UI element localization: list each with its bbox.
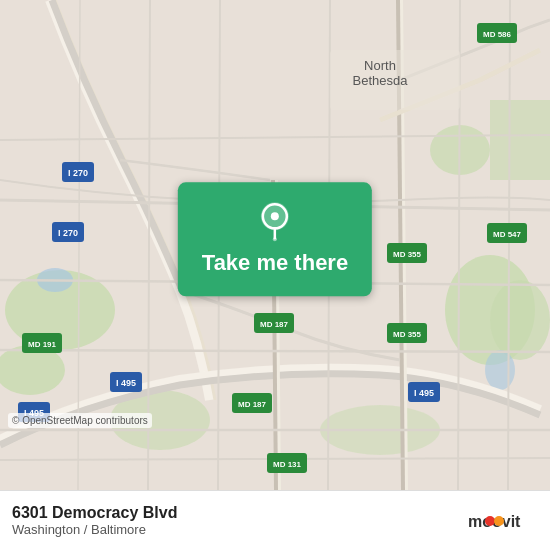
bottom-bar: 6301 Democracy Blvd Washington / Baltimo… — [0, 490, 550, 550]
moovit-logo-svg: moovit — [468, 507, 538, 535]
svg-point-10 — [485, 350, 515, 390]
map-container: I 270 I 270 I 495 I 495 I 495 MD 187 MD … — [0, 0, 550, 490]
svg-text:MD 586: MD 586 — [483, 30, 512, 39]
svg-text:MD 191: MD 191 — [28, 340, 57, 349]
location-name: 6301 Democracy Blvd — [12, 504, 177, 522]
svg-text:I 495: I 495 — [414, 388, 434, 398]
moovit-logo: moovit — [468, 507, 538, 535]
location-city: Washington / Baltimore — [12, 522, 177, 537]
svg-text:MD 187: MD 187 — [238, 400, 267, 409]
svg-text:MD 355: MD 355 — [393, 250, 422, 259]
svg-point-54 — [271, 212, 279, 220]
svg-point-6 — [490, 280, 550, 360]
osm-credit-text: © OpenStreetMap contributors — [12, 415, 148, 426]
svg-text:I 270: I 270 — [58, 228, 78, 238]
cta-label: Take me there — [202, 250, 348, 276]
svg-text:MD 131: MD 131 — [273, 460, 302, 469]
svg-text:MD 187: MD 187 — [260, 320, 289, 329]
svg-text:MD 547: MD 547 — [493, 230, 522, 239]
svg-rect-5 — [490, 100, 550, 180]
svg-text:MD 355: MD 355 — [393, 330, 422, 339]
location-pin-icon — [253, 198, 297, 242]
svg-point-58 — [494, 516, 504, 526]
location-info: 6301 Democracy Blvd Washington / Baltimo… — [12, 504, 177, 537]
svg-text:I 495: I 495 — [116, 378, 136, 388]
svg-text:I 270: I 270 — [68, 168, 88, 178]
take-me-there-button[interactable]: Take me there — [178, 182, 372, 296]
svg-point-57 — [485, 516, 495, 526]
svg-text:North: North — [364, 58, 396, 73]
svg-text:Bethesda: Bethesda — [353, 73, 409, 88]
osm-credit: © OpenStreetMap contributors — [8, 413, 152, 428]
svg-point-55 — [273, 237, 277, 241]
